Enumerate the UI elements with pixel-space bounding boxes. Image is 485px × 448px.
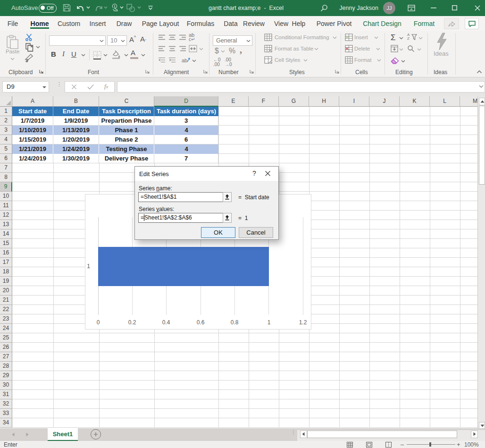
- svg-text:ab: ab: [182, 58, 187, 63]
